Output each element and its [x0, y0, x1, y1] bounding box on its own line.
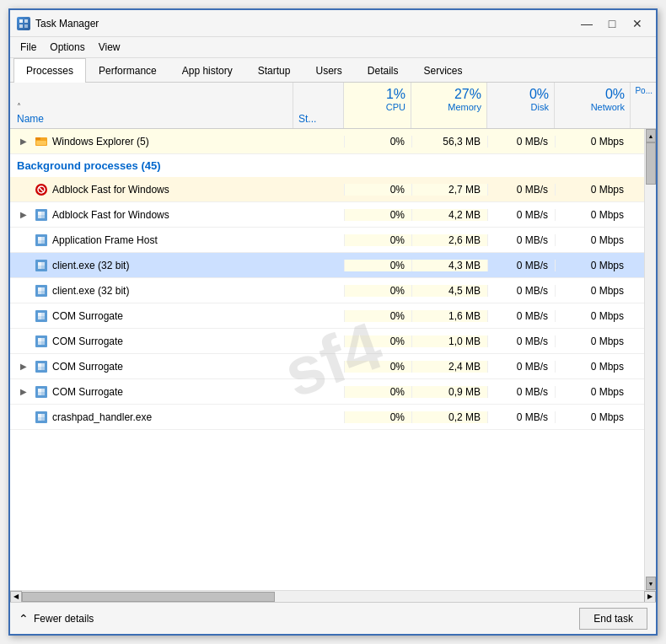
row-network-value: 0 Mbps	[555, 361, 631, 373]
row-network: 0 Mbps	[555, 136, 631, 148]
svg-rect-24	[41, 291, 45, 294]
window-controls: — □ ✕	[575, 15, 649, 32]
col-name-header[interactable]: ˄ Name	[10, 83, 293, 128]
table-row[interactable]: Adblock Fast for Windows 0% 2,7 MB 0 MB/…	[10, 177, 656, 202]
row-disk-value: 0 MB/s	[487, 184, 555, 196]
row-memory-value: 2,7 MB	[411, 184, 487, 196]
row-network-value: 0 Mbps	[555, 285, 631, 297]
horizontal-scrollbar[interactable]: ◀ ▶	[10, 590, 656, 602]
row-process-name: ▶ COM Surrogate	[10, 361, 293, 373]
menu-options[interactable]: Options	[43, 39, 91, 56]
menu-bar: File Options View	[10, 37, 656, 58]
col-status-header[interactable]: St...	[293, 83, 344, 128]
table-row[interactable]: COM Surrogate 0% 1,6 MB 0 MB/s 0 Mbps	[10, 303, 656, 329]
maximize-button[interactable]: □	[600, 15, 624, 32]
svg-rect-10	[41, 212, 45, 215]
row-network-value: 0 Mbps	[555, 386, 631, 398]
svg-rect-38	[41, 389, 45, 392]
table-row[interactable]: ▶ Adblock Fast for Windows 0% 4,2 MB 0 M…	[10, 202, 656, 228]
scroll-up-btn[interactable]: ▲	[646, 129, 656, 142]
tab-startup[interactable]: Startup	[245, 58, 303, 83]
col-memory-header[interactable]: 27% Memory	[411, 83, 487, 128]
col-cpu-header[interactable]: 1% CPU	[344, 83, 411, 128]
row-memory-value: 2,4 MB	[411, 361, 487, 373]
app-icon-7	[35, 361, 47, 373]
end-task-button[interactable]: End task	[579, 608, 647, 630]
row-process-name: Application Frame Host	[10, 234, 293, 246]
svg-rect-6	[36, 141, 46, 145]
svg-rect-15	[38, 240, 41, 244]
expand-icon[interactable]: ▶	[17, 387, 30, 396]
tab-services[interactable]: Services	[411, 58, 475, 83]
table-row[interactable]: crashpad_handler.exe 0% 0,2 MB 0 MB/s 0 …	[10, 405, 656, 430]
svg-rect-11	[38, 215, 41, 218]
app-icon-3	[35, 260, 47, 271]
scrollbar-thumb[interactable]	[646, 142, 656, 185]
table-row[interactable]: client.exe (32 bit) 0% 4,5 MB 0 MB/s 0 M…	[10, 278, 656, 303]
tab-users[interactable]: Users	[303, 58, 354, 83]
row-process-name: COM Surrogate	[10, 335, 293, 347]
table-row[interactable]: Application Frame Host 0% 2,6 MB 0 MB/s …	[10, 228, 656, 253]
process-name-text: crashpad_handler.exe	[52, 411, 152, 423]
network-pct: 0%	[605, 86, 625, 102]
memory-col-label: Memory	[448, 102, 481, 112]
scroll-down-btn[interactable]: ▼	[646, 577, 656, 590]
bg-section-header: Background processes (45)	[10, 154, 656, 177]
memory-pct: 27%	[454, 86, 481, 102]
close-button[interactable]: ✕	[626, 15, 649, 32]
table-row[interactable]: COM Surrogate 0% 1,0 MB 0 MB/s 0 Mbps	[10, 329, 656, 354]
svg-rect-17	[38, 262, 41, 266]
scroll-left-btn[interactable]: ◀	[10, 591, 22, 603]
svg-rect-13	[38, 237, 41, 240]
app-icon-2	[35, 234, 47, 246]
row-network-value: 0 Mbps	[555, 411, 631, 423]
svg-rect-44	[41, 417, 45, 421]
svg-rect-39	[38, 392, 41, 395]
col-disk-header[interactable]: 0% Disk	[487, 83, 555, 128]
svg-rect-31	[38, 341, 41, 345]
row-disk-value: 0 MB/s	[487, 386, 555, 398]
svg-rect-42	[41, 414, 45, 417]
title-bar-left: Task Manager	[17, 17, 99, 30]
row-cpu-value: 0%	[344, 260, 411, 271]
row-memory-value: 0,9 MB	[411, 386, 487, 398]
process-rows-container: Adblock Fast for Windows 0% 2,7 MB 0 MB/…	[10, 177, 656, 430]
tab-processes[interactable]: Processes	[13, 58, 86, 83]
row-disk-value: 0 MB/s	[487, 310, 555, 322]
menu-view[interactable]: View	[92, 39, 127, 56]
table-row[interactable]: ▶ COM Surrogate 0% 2,4 MB 0 MB/s 0 Mbps	[10, 354, 656, 379]
fewer-details-icon: ⌃	[19, 612, 29, 625]
col-power-header[interactable]: Po...	[631, 83, 656, 128]
expand-icon[interactable]: ▶	[17, 210, 30, 219]
minimize-button[interactable]: —	[575, 15, 599, 32]
row-memory-value: 2,6 MB	[411, 234, 487, 246]
tab-details[interactable]: Details	[355, 58, 411, 83]
tab-performance[interactable]: Performance	[86, 58, 169, 83]
scroll-right-btn[interactable]: ▶	[644, 591, 656, 603]
table-row[interactable]: ▶ Windows Explorer (5) 0% 56,3 MB 0 MB/s…	[10, 129, 656, 154]
row-disk-value: 0 MB/s	[487, 234, 555, 246]
svg-rect-30	[41, 338, 45, 341]
process-name-text: COM Surrogate	[52, 386, 123, 398]
h-scrollbar-thumb[interactable]	[22, 592, 275, 602]
row-network-value: 0 Mbps	[555, 209, 631, 221]
row-process-name: crashpad_handler.exe	[10, 411, 293, 423]
table-row[interactable]: client.exe (32 bit) 0% 4,3 MB 0 MB/s 0 M…	[10, 253, 656, 278]
col-network-header[interactable]: 0% Network	[555, 83, 631, 128]
fewer-details-button[interactable]: ⌃ Fewer details	[19, 612, 94, 625]
app-icon-5	[35, 310, 47, 322]
svg-rect-20	[41, 266, 45, 269]
row-name-explorer: ▶ Windows Explorer (5)	[10, 136, 293, 148]
row-disk-value: 0 MB/s	[487, 335, 555, 347]
svg-rect-25	[38, 313, 41, 316]
process-name-text: Application Frame Host	[52, 234, 158, 246]
expand-icon[interactable]: ▶	[17, 362, 30, 371]
tab-app-history[interactable]: App history	[169, 58, 245, 83]
expand-icon[interactable]: ▶	[17, 137, 30, 146]
scrollbar-track[interactable]: ▲ ▼	[644, 129, 656, 590]
row-memory-value: 4,2 MB	[411, 209, 487, 221]
table-row[interactable]: ▶ COM Surrogate 0% 0,9 MB 0 MB/s 0 Mbps	[10, 379, 656, 405]
row-process-name: client.exe (32 bit)	[10, 285, 293, 297]
process-list[interactable]: sf4 ▶ Windows Explorer (5) 0%	[10, 129, 656, 590]
menu-file[interactable]: File	[13, 39, 43, 56]
